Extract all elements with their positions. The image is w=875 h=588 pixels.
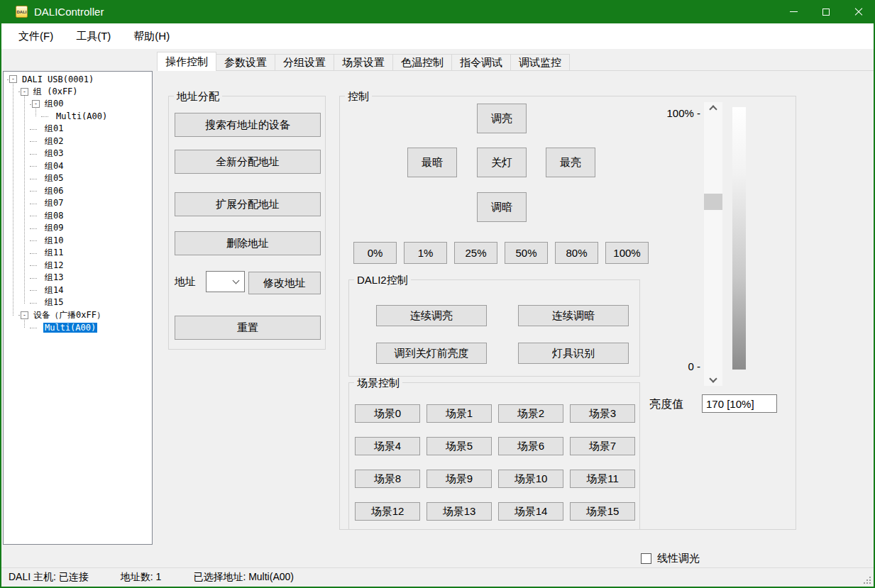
scene-button[interactable]: 场景7 xyxy=(570,437,635,455)
continuous-dim-button[interactable]: 连续调暗 xyxy=(518,305,629,326)
tree-item[interactable]: - Multi(A00) xyxy=(4,111,152,123)
tree-item[interactable]: - 组09 xyxy=(4,222,152,235)
resize-grip-icon[interactable] xyxy=(862,575,871,584)
tree-item[interactable]: - DALI USB(0001) xyxy=(4,73,152,86)
tree-item-label: 组13 xyxy=(43,272,65,284)
lamp-identify-button[interactable]: 灯具识别 xyxy=(518,343,629,364)
linear-dimming-checkbox[interactable] xyxy=(641,553,651,564)
slider-min-label: 0 - xyxy=(645,360,700,372)
tree-item[interactable]: - 组11 xyxy=(4,247,152,260)
maximize-button[interactable] xyxy=(810,0,842,23)
scene-button[interactable]: 场景14 xyxy=(498,502,563,521)
tree-item[interactable]: - 组 (0xFF) xyxy=(4,86,152,99)
group-title: 场景控制 xyxy=(354,377,402,390)
percent-button[interactable]: 25% xyxy=(454,242,497,264)
brighten-button[interactable]: 调亮 xyxy=(477,104,527,133)
brightness-value-box[interactable]: 170 [10%] xyxy=(702,394,777,413)
scene-button[interactable]: 场景6 xyxy=(498,437,563,455)
dali2-control-group: DALI2控制 连续调亮 连续调暗 调到关灯前亮度 灯具识别 xyxy=(348,279,640,377)
tab[interactable]: 调试监控 xyxy=(510,54,570,71)
search-addressed-devices-button[interactable]: 搜索有地址的设备 xyxy=(175,113,321,137)
scene-button[interactable]: 场景15 xyxy=(570,502,635,521)
tree-item[interactable]: - 组04 xyxy=(4,160,152,173)
tab[interactable]: 参数设置 xyxy=(216,54,275,71)
tree-item[interactable]: - 组14 xyxy=(4,284,152,297)
delete-address-button[interactable]: 删除地址 xyxy=(175,231,321,255)
lamp-off-button[interactable]: 关灯 xyxy=(477,148,527,177)
tree-item[interactable]: - 组00 xyxy=(4,98,152,111)
minimize-icon xyxy=(790,11,798,12)
tree-item[interactable]: - 组08 xyxy=(4,210,152,223)
minimize-button[interactable] xyxy=(777,0,810,23)
percent-button[interactable]: 100% xyxy=(605,242,649,264)
tree-item-label: 组03 xyxy=(43,148,65,160)
scene-grid: 场景0场景1场景2场景3场景4场景5场景6场景7场景8场景9场景10场景11场景… xyxy=(355,404,635,521)
goto-last-level-button[interactable]: 调到关灯前亮度 xyxy=(376,343,487,364)
menu-item[interactable]: 文件(F) xyxy=(7,23,65,49)
assign-new-address-button[interactable]: 全新分配地址 xyxy=(175,150,321,174)
chevron-down-icon xyxy=(233,277,240,284)
tab[interactable]: 操作控制 xyxy=(157,52,216,71)
percent-button[interactable]: 0% xyxy=(353,242,397,264)
tree-item[interactable]: - 组03 xyxy=(4,148,152,160)
collapse-minus-icon[interactable]: - xyxy=(21,88,28,96)
brightest-button[interactable]: 最亮 xyxy=(546,148,595,177)
tree-item[interactable]: - Multi(A00) xyxy=(4,321,152,334)
percent-button[interactable]: 80% xyxy=(555,242,598,264)
tree-item-label: 组11 xyxy=(43,247,65,259)
tree-item[interactable]: - 组02 xyxy=(4,135,152,148)
scene-button[interactable]: 场景13 xyxy=(427,502,492,521)
tree-item-label: 组04 xyxy=(43,160,65,172)
tab[interactable]: 场景设置 xyxy=(334,54,393,71)
scene-button[interactable]: 场景8 xyxy=(355,470,420,488)
scroll-down-button[interactable] xyxy=(704,375,722,386)
scene-button[interactable]: 场景9 xyxy=(427,470,492,488)
tree-item[interactable]: - 组15 xyxy=(4,296,152,309)
tree-item[interactable]: - 组01 xyxy=(4,123,152,135)
scene-button[interactable]: 场景10 xyxy=(498,470,563,488)
collapse-minus-icon[interactable]: - xyxy=(9,75,17,83)
tree-item-label: DALI USB(0001) xyxy=(21,74,95,84)
address-combo[interactable] xyxy=(206,271,245,292)
tree-item-label: 组14 xyxy=(43,284,65,296)
scroll-up-button[interactable] xyxy=(704,102,722,113)
scene-button[interactable]: 场景12 xyxy=(355,502,420,521)
tree-item-label: 组01 xyxy=(43,123,65,135)
menu-item[interactable]: 工具(T) xyxy=(65,23,122,49)
tree-item[interactable]: - 设备（广播0xFF） xyxy=(4,309,152,322)
chevron-down-icon xyxy=(709,375,717,382)
close-button[interactable] xyxy=(842,0,875,23)
scene-button[interactable]: 场景5 xyxy=(427,437,492,455)
tree-item-label: 组 (0xFF) xyxy=(32,86,79,98)
tree-item[interactable]: - 组05 xyxy=(4,172,152,185)
continuous-brighten-button[interactable]: 连续调亮 xyxy=(376,305,487,326)
dimmest-button[interactable]: 最暗 xyxy=(407,148,457,177)
brightness-scrollbar[interactable] xyxy=(704,102,722,386)
scene-button[interactable]: 场景11 xyxy=(570,470,635,488)
tree-item[interactable]: - 组12 xyxy=(4,260,152,272)
tree-item[interactable]: - 组07 xyxy=(4,197,152,210)
reset-button[interactable]: 重置 xyxy=(175,316,321,340)
tab[interactable]: 色温控制 xyxy=(392,54,452,71)
scene-button[interactable]: 场景2 xyxy=(498,404,563,423)
menu-item[interactable]: 帮助(H) xyxy=(122,23,181,49)
dim-button[interactable]: 调暗 xyxy=(477,192,527,222)
extend-assign-address-button[interactable]: 扩展分配地址 xyxy=(175,192,321,216)
scene-button[interactable]: 场景3 xyxy=(570,404,635,423)
tab[interactable]: 分组设置 xyxy=(275,54,334,71)
scene-button[interactable]: 场景4 xyxy=(355,437,420,455)
scene-button[interactable]: 场景1 xyxy=(427,404,492,423)
tree-item-label: 组09 xyxy=(43,222,65,234)
tree-item[interactable]: - 组13 xyxy=(4,272,152,284)
tree-item[interactable]: - 组06 xyxy=(4,185,152,198)
scene-button[interactable]: 场景0 xyxy=(355,404,420,423)
percent-button[interactable]: 1% xyxy=(404,242,447,264)
device-tree[interactable]: - DALI USB(0001) - 组 (0xFF) - 组00 - Mult… xyxy=(3,71,153,545)
percent-button[interactable]: 50% xyxy=(505,242,548,264)
tree-item[interactable]: - 组10 xyxy=(4,235,152,248)
scrollbar-thumb[interactable] xyxy=(704,194,722,210)
collapse-minus-icon[interactable]: - xyxy=(21,311,28,319)
collapse-minus-icon[interactable]: - xyxy=(32,100,40,108)
modify-address-button[interactable]: 修改地址 xyxy=(248,272,321,294)
tab[interactable]: 指令调试 xyxy=(451,54,511,71)
